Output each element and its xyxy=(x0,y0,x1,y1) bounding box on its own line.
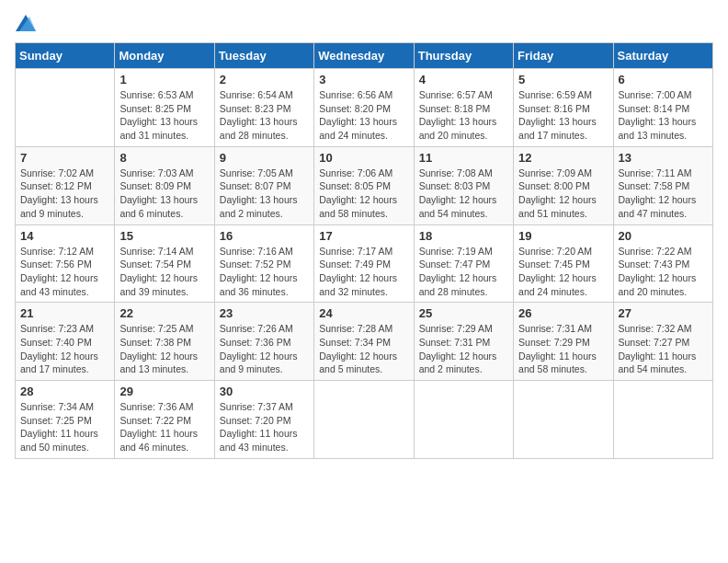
day-info: Sunrise: 7:06 AMSunset: 8:05 PMDaylight:… xyxy=(319,167,408,221)
day-header-thursday: Thursday xyxy=(414,43,513,69)
calendar-week-2: 7Sunrise: 7:02 AMSunset: 8:12 PMDaylight… xyxy=(16,146,713,224)
calendar-cell: 28Sunrise: 7:34 AMSunset: 7:25 PMDayligh… xyxy=(16,381,115,459)
day-number: 27 xyxy=(619,306,708,320)
calendar-cell: 22Sunrise: 7:25 AMSunset: 7:38 PMDayligh… xyxy=(115,303,214,381)
calendar-week-4: 21Sunrise: 7:23 AMSunset: 7:40 PMDayligh… xyxy=(16,303,713,381)
day-info: Sunrise: 6:56 AMSunset: 8:20 PMDaylight:… xyxy=(319,88,408,143)
calendar-cell: 13Sunrise: 7:11 AMSunset: 7:58 PMDayligh… xyxy=(613,146,712,224)
calendar-cell xyxy=(613,381,712,459)
day-number: 7 xyxy=(20,151,109,165)
calendar-cell: 16Sunrise: 7:16 AMSunset: 7:52 PMDayligh… xyxy=(214,224,313,303)
day-number: 12 xyxy=(518,151,608,165)
day-number: 5 xyxy=(518,73,608,86)
day-number: 13 xyxy=(619,151,708,165)
day-number: 10 xyxy=(319,151,408,165)
calendar-cell xyxy=(514,381,613,459)
day-info: Sunrise: 7:37 AMSunset: 7:20 PMDaylight:… xyxy=(220,400,309,454)
day-number: 18 xyxy=(419,229,508,243)
calendar-cell: 12Sunrise: 7:09 AMSunset: 8:00 PMDayligh… xyxy=(514,146,613,224)
day-info: Sunrise: 7:12 AMSunset: 7:56 PMDaylight:… xyxy=(20,245,109,299)
calendar-cell: 9Sunrise: 7:05 AMSunset: 8:07 PMDaylight… xyxy=(214,146,313,224)
day-info: Sunrise: 7:19 AMSunset: 7:47 PMDaylight:… xyxy=(419,245,508,299)
calendar-cell: 23Sunrise: 7:26 AMSunset: 7:36 PMDayligh… xyxy=(214,303,313,381)
calendar-cell xyxy=(314,381,414,459)
day-info: Sunrise: 6:59 AMSunset: 8:16 PMDaylight:… xyxy=(518,88,608,143)
day-info: Sunrise: 7:32 AMSunset: 7:27 PMDaylight:… xyxy=(619,322,708,376)
day-info: Sunrise: 6:54 AMSunset: 8:23 PMDaylight:… xyxy=(220,88,309,143)
calendar-cell: 14Sunrise: 7:12 AMSunset: 7:56 PMDayligh… xyxy=(16,224,115,303)
day-number: 19 xyxy=(518,229,608,243)
day-number: 29 xyxy=(119,385,209,398)
day-info: Sunrise: 7:00 AMSunset: 8:14 PMDaylight:… xyxy=(619,88,708,143)
day-number: 30 xyxy=(220,385,309,398)
day-info: Sunrise: 7:20 AMSunset: 7:45 PMDaylight:… xyxy=(518,245,608,299)
day-info: Sunrise: 7:31 AMSunset: 7:29 PMDaylight:… xyxy=(518,322,608,376)
calendar-week-1: 1Sunrise: 6:53 AMSunset: 8:25 PMDaylight… xyxy=(16,69,713,147)
calendar-cell: 27Sunrise: 7:32 AMSunset: 7:27 PMDayligh… xyxy=(613,303,712,381)
day-number: 28 xyxy=(20,385,109,398)
calendar-cell xyxy=(16,69,115,147)
day-number: 8 xyxy=(119,151,209,165)
calendar-table: SundayMondayTuesdayWednesdayThursdayFrid… xyxy=(15,42,713,459)
day-info: Sunrise: 7:22 AMSunset: 7:43 PMDaylight:… xyxy=(619,245,708,299)
day-header-saturday: Saturday xyxy=(613,43,712,69)
day-info: Sunrise: 7:26 AMSunset: 7:36 PMDaylight:… xyxy=(220,322,309,376)
calendar-cell: 11Sunrise: 7:08 AMSunset: 8:03 PMDayligh… xyxy=(414,146,513,224)
calendar-cell: 18Sunrise: 7:19 AMSunset: 7:47 PMDayligh… xyxy=(414,224,513,303)
calendar-cell: 8Sunrise: 7:03 AMSunset: 8:09 PMDaylight… xyxy=(115,146,214,224)
day-info: Sunrise: 7:03 AMSunset: 8:09 PMDaylight:… xyxy=(119,167,209,221)
calendar-cell: 7Sunrise: 7:02 AMSunset: 8:12 PMDaylight… xyxy=(16,146,115,224)
day-info: Sunrise: 7:02 AMSunset: 8:12 PMDaylight:… xyxy=(20,167,109,221)
day-info: Sunrise: 7:16 AMSunset: 7:52 PMDaylight:… xyxy=(220,245,309,299)
calendar-cell: 5Sunrise: 6:59 AMSunset: 8:16 PMDaylight… xyxy=(514,69,613,147)
day-number: 24 xyxy=(319,306,408,320)
calendar-header-row: SundayMondayTuesdayWednesdayThursdayFrid… xyxy=(16,43,713,69)
day-number: 20 xyxy=(619,229,708,243)
calendar-cell: 17Sunrise: 7:17 AMSunset: 7:49 PMDayligh… xyxy=(314,224,414,303)
day-header-sunday: Sunday xyxy=(16,43,115,69)
day-info: Sunrise: 7:14 AMSunset: 7:54 PMDaylight:… xyxy=(119,245,209,299)
day-number: 4 xyxy=(419,73,508,86)
day-number: 2 xyxy=(220,73,309,86)
calendar-cell: 19Sunrise: 7:20 AMSunset: 7:45 PMDayligh… xyxy=(514,224,613,303)
day-number: 26 xyxy=(518,306,608,320)
calendar-cell: 1Sunrise: 6:53 AMSunset: 8:25 PMDaylight… xyxy=(115,69,214,147)
day-info: Sunrise: 7:17 AMSunset: 7:49 PMDaylight:… xyxy=(319,245,408,299)
calendar-cell: 2Sunrise: 6:54 AMSunset: 8:23 PMDaylight… xyxy=(214,69,313,147)
day-number: 14 xyxy=(20,229,109,243)
calendar-cell xyxy=(414,381,513,459)
day-info: Sunrise: 6:57 AMSunset: 8:18 PMDaylight:… xyxy=(419,88,508,143)
day-number: 6 xyxy=(619,73,708,86)
day-header-tuesday: Tuesday xyxy=(214,43,313,69)
day-info: Sunrise: 7:05 AMSunset: 8:07 PMDaylight:… xyxy=(220,167,309,221)
day-number: 23 xyxy=(220,306,309,320)
day-info: Sunrise: 7:23 AMSunset: 7:40 PMDaylight:… xyxy=(20,322,109,376)
day-info: Sunrise: 7:34 AMSunset: 7:25 PMDaylight:… xyxy=(20,400,109,454)
day-number: 1 xyxy=(119,73,209,86)
day-number: 25 xyxy=(419,306,508,320)
day-info: Sunrise: 7:29 AMSunset: 7:31 PMDaylight:… xyxy=(419,322,508,376)
day-number: 21 xyxy=(20,306,109,320)
day-info: Sunrise: 7:36 AMSunset: 7:22 PMDaylight:… xyxy=(119,400,209,454)
calendar-week-5: 28Sunrise: 7:34 AMSunset: 7:25 PMDayligh… xyxy=(16,381,713,459)
calendar-cell: 24Sunrise: 7:28 AMSunset: 7:34 PMDayligh… xyxy=(314,303,414,381)
day-header-wednesday: Wednesday xyxy=(314,43,414,69)
page-header xyxy=(15,15,713,31)
day-number: 22 xyxy=(119,306,209,320)
day-number: 9 xyxy=(220,151,309,165)
calendar-cell: 15Sunrise: 7:14 AMSunset: 7:54 PMDayligh… xyxy=(115,224,214,303)
calendar-cell: 4Sunrise: 6:57 AMSunset: 8:18 PMDaylight… xyxy=(414,69,513,147)
day-number: 15 xyxy=(119,229,209,243)
calendar-cell: 6Sunrise: 7:00 AMSunset: 8:14 PMDaylight… xyxy=(613,69,712,147)
day-number: 17 xyxy=(319,229,408,243)
calendar-cell: 20Sunrise: 7:22 AMSunset: 7:43 PMDayligh… xyxy=(613,224,712,303)
calendar-cell: 3Sunrise: 6:56 AMSunset: 8:20 PMDaylight… xyxy=(314,69,414,147)
calendar-cell: 30Sunrise: 7:37 AMSunset: 7:20 PMDayligh… xyxy=(214,381,313,459)
day-info: Sunrise: 7:09 AMSunset: 8:00 PMDaylight:… xyxy=(518,167,608,221)
logo-icon xyxy=(16,15,36,31)
calendar-cell: 26Sunrise: 7:31 AMSunset: 7:29 PMDayligh… xyxy=(514,303,613,381)
calendar-cell: 25Sunrise: 7:29 AMSunset: 7:31 PMDayligh… xyxy=(414,303,513,381)
day-info: Sunrise: 7:08 AMSunset: 8:03 PMDaylight:… xyxy=(419,167,508,221)
day-info: Sunrise: 7:28 AMSunset: 7:34 PMDaylight:… xyxy=(319,322,408,376)
day-number: 3 xyxy=(319,73,408,86)
